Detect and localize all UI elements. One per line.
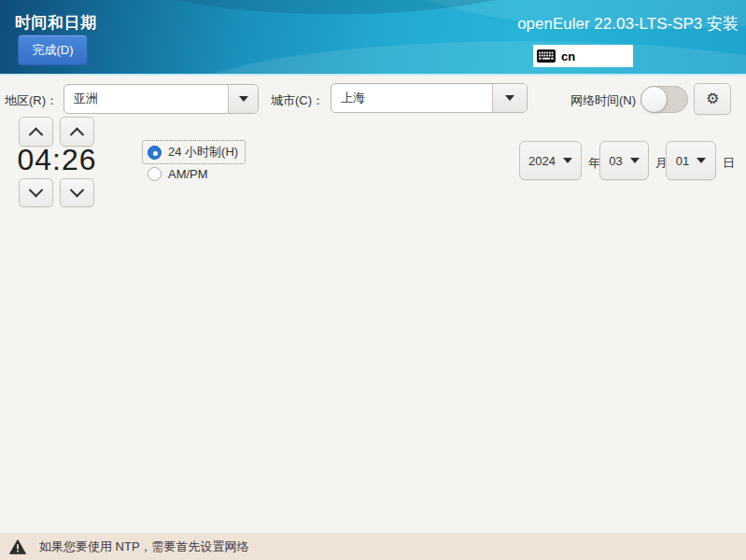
- time-display: 04:26: [17, 143, 97, 177]
- network-time-label: 网络时间(N): [570, 92, 636, 109]
- keyboard-layout-code: cn: [561, 49, 575, 63]
- radio-24h[interactable]: 24 小时制(H): [142, 140, 246, 164]
- radio-ampm-label: AM/PM: [168, 167, 208, 181]
- ntp-settings-button[interactable]: ⚙: [694, 83, 731, 115]
- city-combobox[interactable]: 上海: [331, 83, 528, 113]
- warning-text: 如果您要使用 NTP，需要首先设置网络: [39, 539, 249, 555]
- day-dropdown[interactable]: 01: [666, 141, 716, 180]
- keyboard-layout-indicator[interactable]: cn: [533, 45, 633, 67]
- year-dropdown[interactable]: 2024: [519, 141, 582, 180]
- keyboard-icon: [537, 49, 556, 63]
- day-value: 01: [676, 154, 689, 168]
- chevron-down-icon: [29, 183, 44, 198]
- time-hours: 04: [17, 143, 52, 176]
- region-value: 亚洲: [64, 91, 228, 107]
- radio-ampm[interactable]: AM/PM: [148, 167, 208, 181]
- city-value: 上海: [331, 90, 492, 106]
- chevron-up-icon: [70, 127, 85, 142]
- installer-window: 时间和日期 完成(D) openEuler 22.03-LTS-SP3 安装 c…: [0, 0, 746, 560]
- warning-icon: [9, 539, 26, 554]
- chevron-down-icon: [70, 183, 85, 198]
- region-combobox[interactable]: 亚洲: [63, 84, 259, 114]
- dropdown-arrow-icon: [630, 158, 640, 163]
- hours-down-button[interactable]: [19, 178, 53, 207]
- warning-bar: 如果您要使用 NTP，需要首先设置网络: [0, 533, 746, 560]
- dropdown-arrow-icon: [563, 158, 572, 163]
- region-label: 地区(R)：: [5, 92, 58, 109]
- city-dropdown-arrow-icon[interactable]: [492, 84, 527, 112]
- dropdown-arrow-icon: [697, 158, 706, 163]
- distro-title: openEuler 22.03-LTS-SP3 安装: [517, 13, 739, 35]
- time-minutes: 26: [62, 143, 97, 176]
- page-title: 时间和日期: [15, 12, 97, 34]
- month-dropdown[interactable]: 03: [599, 141, 649, 180]
- year-value: 2024: [528, 154, 556, 168]
- header-banner: 时间和日期 完成(D) openEuler 22.03-LTS-SP3 安装 c…: [0, 0, 746, 76]
- radio-24h-label: 24 小时制(H): [168, 144, 238, 161]
- gear-icon: ⚙: [704, 90, 722, 108]
- region-dropdown-arrow-icon[interactable]: [228, 85, 258, 113]
- toggle-knob: [640, 86, 668, 113]
- radio-24h-control[interactable]: [148, 146, 162, 160]
- month-value: 03: [609, 154, 622, 168]
- minutes-down-button[interactable]: [60, 178, 94, 207]
- chevron-up-icon: [29, 127, 44, 142]
- done-button[interactable]: 完成(D): [18, 35, 88, 65]
- time-separator: :: [52, 143, 62, 176]
- network-time-toggle[interactable]: [640, 86, 688, 113]
- day-suffix-label: 日: [723, 155, 735, 172]
- radio-ampm-control[interactable]: [148, 167, 162, 181]
- city-label: 城市(C)：: [271, 92, 324, 109]
